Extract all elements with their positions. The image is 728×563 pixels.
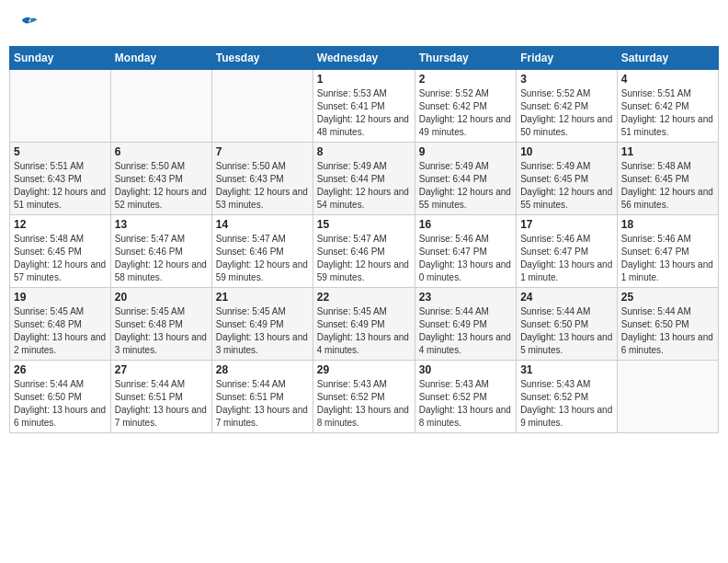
calendar-cell-5-4: 29Sunrise: 5:43 AMSunset: 6:52 PMDayligh… <box>313 361 415 433</box>
calendar-cell-4-2: 20Sunrise: 5:45 AMSunset: 6:48 PMDayligh… <box>110 288 211 361</box>
day-detail: Sunrise: 5:44 AMSunset: 6:50 PMDaylight:… <box>621 305 714 357</box>
day-number: 10 <box>520 145 613 158</box>
day-number: 2 <box>419 73 512 86</box>
day-detail: Sunrise: 5:46 AMSunset: 6:47 PMDaylight:… <box>621 233 714 284</box>
weekday-header-thursday: Thursday <box>415 47 516 70</box>
calendar-cell-3-2: 13Sunrise: 5:47 AMSunset: 6:46 PMDayligh… <box>110 215 211 288</box>
day-detail: Sunrise: 5:51 AMSunset: 6:42 PMDaylight:… <box>621 87 714 139</box>
day-detail: Sunrise: 5:43 AMSunset: 6:52 PMDaylight:… <box>317 378 411 430</box>
day-detail: Sunrise: 5:45 AMSunset: 6:49 PMDaylight:… <box>317 305 411 357</box>
weekday-header-saturday: Saturday <box>617 47 718 70</box>
day-number: 13 <box>115 218 208 231</box>
day-detail: Sunrise: 5:50 AMSunset: 6:43 PMDaylight:… <box>115 160 208 212</box>
calendar-cell-3-6: 17Sunrise: 5:46 AMSunset: 6:47 PMDayligh… <box>517 215 618 288</box>
calendar-cell-3-1: 12Sunrise: 5:48 AMSunset: 6:45 PMDayligh… <box>10 215 111 288</box>
day-number: 31 <box>520 363 613 376</box>
calendar-week-5: 26Sunrise: 5:44 AMSunset: 6:50 PMDayligh… <box>10 361 719 433</box>
day-number: 22 <box>317 291 411 304</box>
day-number: 21 <box>216 291 309 304</box>
day-detail: Sunrise: 5:53 AMSunset: 6:41 PMDaylight:… <box>317 87 411 139</box>
day-number: 19 <box>14 291 107 304</box>
day-number: 5 <box>14 145 107 158</box>
calendar-cell-5-7 <box>617 361 718 433</box>
weekday-header-sunday: Sunday <box>10 47 111 70</box>
calendar-week-1: 1Sunrise: 5:53 AMSunset: 6:41 PMDaylight… <box>10 70 719 143</box>
day-detail: Sunrise: 5:52 AMSunset: 6:42 PMDaylight:… <box>419 87 512 139</box>
day-detail: Sunrise: 5:47 AMSunset: 6:46 PMDaylight:… <box>115 233 208 284</box>
calendar-cell-1-6: 3Sunrise: 5:52 AMSunset: 6:42 PMDaylight… <box>517 70 618 143</box>
day-number: 20 <box>115 291 208 304</box>
day-number: 14 <box>216 218 309 231</box>
calendar-week-4: 19Sunrise: 5:45 AMSunset: 6:48 PMDayligh… <box>10 288 719 361</box>
logo-bird-icon <box>20 14 39 32</box>
calendar-week-2: 5Sunrise: 5:51 AMSunset: 6:43 PMDaylight… <box>10 143 719 215</box>
day-number: 17 <box>520 218 613 231</box>
page-header <box>9 9 719 37</box>
weekday-header-friday: Friday <box>517 47 618 70</box>
day-number: 8 <box>317 145 411 158</box>
weekday-header-monday: Monday <box>110 47 211 70</box>
calendar-cell-4-4: 22Sunrise: 5:45 AMSunset: 6:49 PMDayligh… <box>313 288 415 361</box>
day-detail: Sunrise: 5:49 AMSunset: 6:45 PMDaylight:… <box>520 160 613 212</box>
day-detail: Sunrise: 5:51 AMSunset: 6:43 PMDaylight:… <box>14 160 107 212</box>
calendar-cell-2-3: 7Sunrise: 5:50 AMSunset: 6:43 PMDaylight… <box>211 143 313 215</box>
day-detail: Sunrise: 5:44 AMSunset: 6:51 PMDaylight:… <box>115 378 208 430</box>
day-number: 7 <box>216 145 309 158</box>
day-number: 11 <box>621 145 714 158</box>
day-detail: Sunrise: 5:49 AMSunset: 6:44 PMDaylight:… <box>317 160 411 212</box>
calendar-cell-5-1: 26Sunrise: 5:44 AMSunset: 6:50 PMDayligh… <box>10 361 111 433</box>
day-detail: Sunrise: 5:47 AMSunset: 6:46 PMDaylight:… <box>317 233 411 284</box>
calendar-cell-5-5: 30Sunrise: 5:43 AMSunset: 6:52 PMDayligh… <box>415 361 516 433</box>
day-number: 25 <box>621 291 714 304</box>
day-number: 16 <box>419 218 512 231</box>
day-detail: Sunrise: 5:44 AMSunset: 6:50 PMDaylight:… <box>14 378 107 430</box>
weekday-header-tuesday: Tuesday <box>211 47 313 70</box>
day-number: 30 <box>419 363 512 376</box>
calendar-cell-3-4: 15Sunrise: 5:47 AMSunset: 6:46 PMDayligh… <box>313 215 415 288</box>
day-number: 28 <box>216 363 309 376</box>
day-detail: Sunrise: 5:49 AMSunset: 6:44 PMDaylight:… <box>419 160 512 212</box>
day-number: 27 <box>115 363 208 376</box>
calendar-cell-2-7: 11Sunrise: 5:48 AMSunset: 6:45 PMDayligh… <box>617 143 718 215</box>
calendar-cell-2-4: 8Sunrise: 5:49 AMSunset: 6:44 PMDaylight… <box>313 143 415 215</box>
calendar-cell-3-5: 16Sunrise: 5:46 AMSunset: 6:47 PMDayligh… <box>415 215 516 288</box>
day-detail: Sunrise: 5:44 AMSunset: 6:50 PMDaylight:… <box>520 305 613 357</box>
day-detail: Sunrise: 5:46 AMSunset: 6:47 PMDaylight:… <box>419 233 512 284</box>
day-detail: Sunrise: 5:48 AMSunset: 6:45 PMDaylight:… <box>14 233 107 284</box>
calendar-cell-2-6: 10Sunrise: 5:49 AMSunset: 6:45 PMDayligh… <box>517 143 618 215</box>
calendar-cell-2-2: 6Sunrise: 5:50 AMSunset: 6:43 PMDaylight… <box>110 143 211 215</box>
day-detail: Sunrise: 5:44 AMSunset: 6:51 PMDaylight:… <box>216 378 309 430</box>
calendar-cell-1-3 <box>211 70 313 143</box>
day-number: 23 <box>419 291 512 304</box>
day-detail: Sunrise: 5:46 AMSunset: 6:47 PMDaylight:… <box>520 233 613 284</box>
day-number: 9 <box>419 145 512 158</box>
weekday-header-wednesday: Wednesday <box>313 47 415 70</box>
calendar-cell-5-2: 27Sunrise: 5:44 AMSunset: 6:51 PMDayligh… <box>110 361 211 433</box>
calendar-cell-2-1: 5Sunrise: 5:51 AMSunset: 6:43 PMDaylight… <box>10 143 111 215</box>
calendar-cell-3-7: 18Sunrise: 5:46 AMSunset: 6:47 PMDayligh… <box>617 215 718 288</box>
day-detail: Sunrise: 5:43 AMSunset: 6:52 PMDaylight:… <box>419 378 512 430</box>
calendar-cell-1-5: 2Sunrise: 5:52 AMSunset: 6:42 PMDaylight… <box>415 70 516 143</box>
calendar-cell-4-7: 25Sunrise: 5:44 AMSunset: 6:50 PMDayligh… <box>617 288 718 361</box>
calendar-cell-4-5: 23Sunrise: 5:44 AMSunset: 6:49 PMDayligh… <box>415 288 516 361</box>
calendar-cell-4-1: 19Sunrise: 5:45 AMSunset: 6:48 PMDayligh… <box>10 288 111 361</box>
day-number: 12 <box>14 218 107 231</box>
calendar-cell-4-6: 24Sunrise: 5:44 AMSunset: 6:50 PMDayligh… <box>517 288 618 361</box>
day-number: 3 <box>520 73 613 86</box>
day-number: 1 <box>317 73 411 86</box>
weekday-header-row: SundayMondayTuesdayWednesdayThursdayFrid… <box>10 47 719 70</box>
calendar-cell-5-3: 28Sunrise: 5:44 AMSunset: 6:51 PMDayligh… <box>211 361 313 433</box>
calendar-cell-2-5: 9Sunrise: 5:49 AMSunset: 6:44 PMDaylight… <box>415 143 516 215</box>
calendar-cell-1-2 <box>110 70 211 143</box>
calendar-cell-5-6: 31Sunrise: 5:43 AMSunset: 6:52 PMDayligh… <box>517 361 618 433</box>
day-detail: Sunrise: 5:43 AMSunset: 6:52 PMDaylight:… <box>520 378 613 430</box>
day-detail: Sunrise: 5:45 AMSunset: 6:49 PMDaylight:… <box>216 305 309 357</box>
day-detail: Sunrise: 5:45 AMSunset: 6:48 PMDaylight:… <box>115 305 208 357</box>
day-number: 24 <box>520 291 613 304</box>
day-detail: Sunrise: 5:48 AMSunset: 6:45 PMDaylight:… <box>621 160 714 212</box>
day-number: 6 <box>115 145 208 158</box>
calendar-table: SundayMondayTuesdayWednesdayThursdayFrid… <box>9 46 719 433</box>
day-number: 15 <box>317 218 411 231</box>
day-detail: Sunrise: 5:44 AMSunset: 6:49 PMDaylight:… <box>419 305 512 357</box>
day-detail: Sunrise: 5:47 AMSunset: 6:46 PMDaylight:… <box>216 233 309 284</box>
